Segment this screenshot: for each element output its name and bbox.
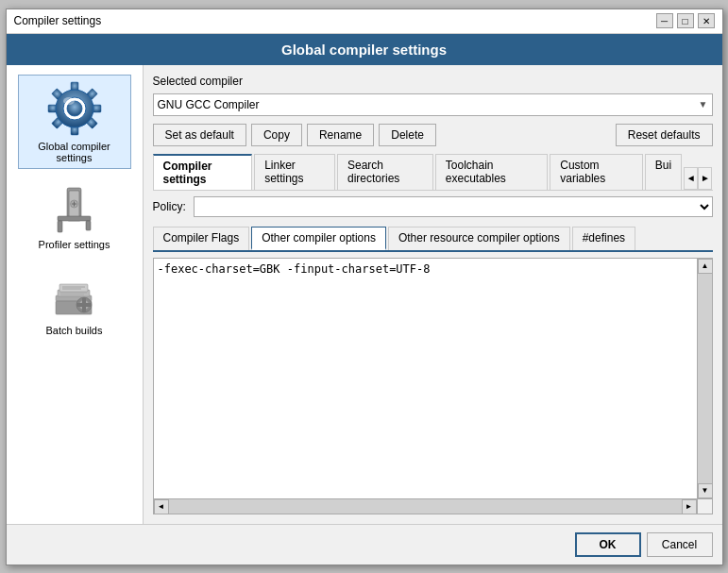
policy-label: Policy:	[153, 200, 186, 213]
compiler-dropdown-value: GNU GCC Compiler	[158, 98, 260, 111]
options-textarea-container: -fexec-charset=GBK -finput-charset=UTF-8…	[153, 258, 713, 514]
inner-tab-other-compiler-options[interactable]: Other compiler options	[251, 227, 386, 250]
scroll-right-arrow[interactable]: ►	[682, 499, 697, 514]
maximize-button[interactable]: □	[677, 13, 694, 28]
sidebar-item-batch-builds[interactable]: Batch builds	[18, 264, 131, 341]
tab-bui[interactable]: Bui	[645, 154, 682, 190]
copy-button[interactable]: Copy	[251, 124, 302, 146]
tab-search-directories[interactable]: Search directories	[337, 154, 433, 190]
action-buttons-row: Set as default Copy Rename Delete Reset …	[153, 124, 713, 146]
minimize-button[interactable]: ─	[656, 13, 673, 28]
set-as-default-button[interactable]: Set as default	[153, 124, 246, 146]
sidebar-item-profiler-settings[interactable]: Profiler settings	[18, 178, 131, 255]
close-button[interactable]: ✕	[698, 13, 715, 28]
svg-rect-14	[58, 216, 91, 221]
tab-toolchain-executables[interactable]: Toolchain executables	[435, 154, 548, 190]
inner-tab-compiler-flags[interactable]: Compiler Flags	[153, 227, 250, 250]
horizontal-scrollbar[interactable]: ◄ ►	[154, 498, 697, 514]
reset-defaults-button[interactable]: Reset defaults	[616, 124, 713, 146]
policy-dropdown[interactable]	[194, 196, 713, 217]
inner-tabs-row: Compiler Flags Other compiler options Ot…	[153, 227, 713, 252]
tab-next-button[interactable]: ►	[698, 167, 712, 190]
dialog-header: Global compiler settings	[7, 34, 722, 65]
compiler-dropdown[interactable]: GNU GCC Compiler ▼	[153, 93, 713, 116]
compiler-settings-dialog: Compiler settings ─ □ ✕ Global compiler …	[6, 8, 723, 565]
tab-compiler-settings[interactable]: Compiler settings	[153, 154, 253, 190]
scroll-track-vertical[interactable]	[698, 274, 712, 483]
selected-compiler-section: Selected compiler GNU GCC Compiler ▼	[153, 75, 713, 116]
scroll-left-arrow[interactable]: ◄	[154, 499, 169, 514]
main-content: Selected compiler GNU GCC Compiler ▼ Set…	[144, 65, 722, 524]
tab-linker-settings[interactable]: Linker settings	[254, 154, 335, 190]
tab-prev-button[interactable]: ◄	[684, 167, 698, 190]
sidebar-item-global-compiler-settings[interactable]: Global compilersettings	[18, 75, 131, 169]
dialog-body: Global compilersettings	[7, 65, 722, 524]
delete-button[interactable]: Delete	[379, 124, 436, 146]
window-title: Compiler settings	[14, 14, 102, 27]
tab-custom-variables[interactable]: Custom variables	[550, 154, 643, 190]
sidebar: Global compilersettings	[7, 65, 144, 524]
title-bar-controls: ─ □ ✕	[656, 13, 715, 28]
sidebar-item-profiler-label: Profiler settings	[39, 239, 110, 250]
svg-rect-15	[58, 221, 62, 232]
svg-point-11	[63, 97, 75, 105]
vertical-scrollbar[interactable]: ▲ ▼	[697, 259, 712, 498]
scroll-down-arrow[interactable]: ▼	[698, 483, 713, 498]
svg-rect-16	[86, 221, 91, 230]
policy-row: Policy:	[153, 196, 713, 217]
inner-tab-other-resource-compiler-options[interactable]: Other resource compiler options	[388, 227, 570, 250]
profiler-icon	[48, 183, 100, 235]
title-bar: Compiler settings ─ □ ✕	[7, 9, 722, 34]
selected-compiler-label: Selected compiler	[153, 75, 713, 88]
rename-button[interactable]: Rename	[307, 124, 374, 146]
scrollbar-corner	[697, 498, 712, 514]
chevron-down-icon: ▼	[699, 99, 708, 110]
svg-rect-22	[59, 284, 88, 292]
dialog-footer: OK Cancel	[7, 524, 722, 565]
scroll-up-arrow[interactable]: ▲	[698, 259, 713, 274]
batch-icon	[48, 269, 100, 321]
gear-icon	[46, 80, 103, 137]
options-textarea[interactable]: -fexec-charset=GBK -finput-charset=UTF-8	[154, 259, 712, 514]
ok-button[interactable]: OK	[575, 532, 641, 557]
cancel-button[interactable]: Cancel	[647, 532, 713, 557]
inner-tab-defines[interactable]: #defines	[572, 227, 635, 250]
main-tabs-row: Compiler settings Linker settings Search…	[153, 154, 713, 191]
svg-rect-31	[76, 303, 92, 307]
sidebar-item-global-label: Global compilersettings	[38, 141, 110, 163]
sidebar-item-batch-label: Batch builds	[46, 325, 103, 336]
scroll-track-horizontal[interactable]	[169, 499, 682, 514]
